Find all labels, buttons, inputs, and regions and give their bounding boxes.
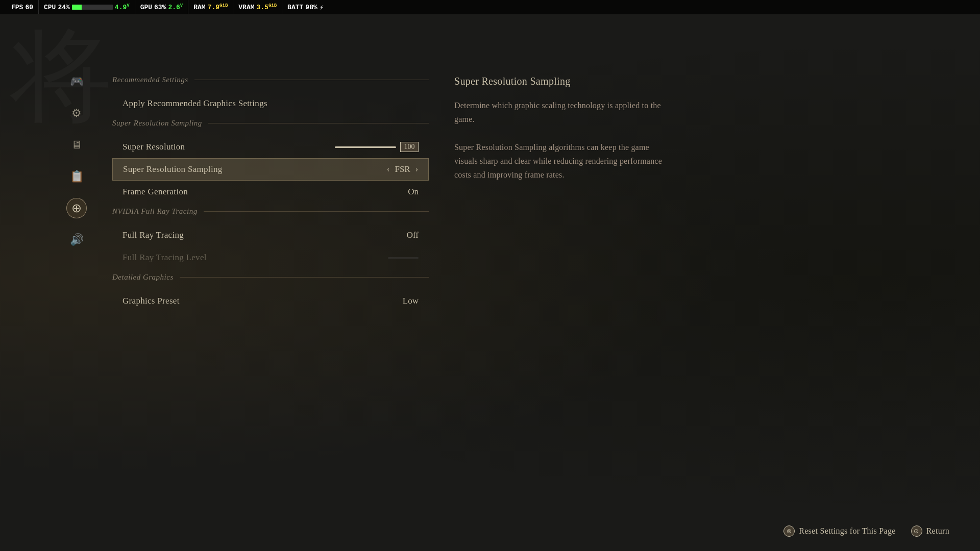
full-ray-tracing-value: Off <box>407 230 419 240</box>
section-header-ray-tracing: NVIDIA Full Ray Tracing <box>112 207 429 216</box>
return-circle-icon: ⊙ <box>914 528 919 535</box>
frame-generation-current-value: On <box>408 187 419 197</box>
section-line-detailed-graphics <box>180 277 429 278</box>
section-header-super-resolution: Super Resolution Sampling <box>112 119 429 128</box>
settings-list: Recommended Settings Apply Recommended G… <box>112 76 429 316</box>
section-ray-tracing: NVIDIA Full Ray Tracing Full Ray Tracing… <box>112 207 429 269</box>
sidebar-item-audio[interactable]: 🔊 <box>66 230 87 250</box>
cpu-bar-fill <box>72 5 82 10</box>
section-line-super-resolution <box>208 123 429 123</box>
cpu-ghz: 4.9V <box>115 3 130 11</box>
graphics-preset-current-value: Low <box>403 296 419 306</box>
full-ray-tracing-current-value: Off <box>407 230 419 240</box>
frt-level-slider-track <box>388 257 419 259</box>
hud-gpu: GPU 63% 2.6V <box>135 0 189 14</box>
return-label: Return <box>926 527 949 536</box>
section-title-recommended: Recommended Settings <box>112 76 188 84</box>
gear-icon: ⚙ <box>71 107 82 120</box>
info-panel: Super Resolution Sampling Determine whic… <box>454 76 669 182</box>
return-icon: ⊙ <box>911 525 922 537</box>
ram-label: RAM <box>193 4 205 11</box>
cpu-label: CPU <box>44 4 56 11</box>
section-title-ray-tracing: NVIDIA Full Ray Tracing <box>112 207 198 216</box>
label-apply-recommended: Apply Recommended Graphics Settings <box>122 98 267 109</box>
reset-label: Reset Settings for This Page <box>799 527 895 536</box>
full-ray-tracing-level-slider <box>388 257 419 259</box>
graphics-icon: ⊕ <box>71 201 82 215</box>
fps-label: FPS <box>11 4 23 11</box>
frame-generation-value: On <box>408 187 419 197</box>
super-resolution-sampling-value: ‹ FSR › <box>387 164 418 174</box>
super-resolution-slider-track[interactable] <box>335 146 396 148</box>
arrow-right-icon[interactable]: › <box>415 165 418 174</box>
row-full-ray-tracing-level: Full Ray Tracing Level <box>112 246 429 269</box>
kanji-watermark: 将 <box>10 26 112 128</box>
gamepad-icon: 🎮 <box>70 75 84 88</box>
ram-val: 7.9GiB <box>208 3 228 11</box>
hud-ram: RAM 7.9GiB <box>188 0 233 14</box>
reset-circle-icon: ⊗ <box>787 528 792 535</box>
row-super-resolution-sampling[interactable]: Super Resolution Sampling ‹ FSR › <box>112 158 429 181</box>
row-full-ray-tracing[interactable]: Full Ray Tracing Off <box>112 224 429 246</box>
label-full-ray-tracing-level: Full Ray Tracing Level <box>122 253 207 263</box>
row-frame-generation[interactable]: Frame Generation On <box>112 181 429 203</box>
section-line-recommended <box>194 80 429 80</box>
sidebar-item-graphics[interactable]: ⊕ <box>66 198 87 218</box>
super-resolution-sampling-current-value: FSR <box>395 164 410 174</box>
sidebar: 🎮 ⚙ 🖥 📋 ⊕ 🔊 <box>66 71 87 250</box>
reset-button[interactable]: ⊗ Reset Settings for This Page <box>783 525 895 537</box>
label-super-resolution-sampling: Super Resolution Sampling <box>123 164 223 174</box>
section-detailed-graphics: Detailed Graphics Graphics Preset Low <box>112 273 429 312</box>
graphics-preset-value: Low <box>403 296 419 306</box>
cpu-percent: 24% <box>58 4 69 11</box>
section-header-recommended: Recommended Settings <box>112 76 429 84</box>
label-graphics-preset: Graphics Preset <box>122 296 180 306</box>
list-icon: 📋 <box>70 170 84 183</box>
label-super-resolution: Super Resolution <box>122 142 185 152</box>
battery-icon: ⚡ <box>320 3 324 12</box>
info-desc1-text: Determine which graphic scaling technolo… <box>454 101 661 123</box>
main-content: Recommended Settings Apply Recommended G… <box>112 76 429 316</box>
batt-val: 98% <box>305 4 317 11</box>
hud-cpu: CPU 24% 4.9V <box>39 0 135 14</box>
fps-value: 60 <box>25 4 33 11</box>
arrow-left-icon[interactable]: ‹ <box>387 165 389 174</box>
hud-vram: VRAM 3.5GiB <box>233 0 282 14</box>
audio-icon: 🔊 <box>70 233 84 246</box>
label-full-ray-tracing: Full Ray Tracing <box>122 230 184 240</box>
display-icon: 🖥 <box>71 138 82 152</box>
sidebar-item-display[interactable]: 🖥 <box>66 135 87 155</box>
section-header-detailed-graphics: Detailed Graphics <box>112 273 429 282</box>
section-recommended: Recommended Settings Apply Recommended G… <box>112 76 429 115</box>
row-graphics-preset[interactable]: Graphics Preset Low <box>112 290 429 312</box>
gpu-percent: 63% <box>154 4 166 11</box>
vertical-divider <box>429 76 429 371</box>
info-panel-title: Super Resolution Sampling <box>454 76 669 87</box>
sidebar-item-gamepad[interactable]: 🎮 <box>66 71 87 92</box>
gpu-val: 2.6V <box>168 3 183 11</box>
batt-label: BATT <box>287 4 303 11</box>
hud-fps: FPS 60 <box>6 0 39 14</box>
info-desc2-text: Super Resolution Sampling algorithms can… <box>454 143 662 179</box>
super-resolution-value-box: 100 <box>400 142 419 152</box>
row-apply-recommended[interactable]: Apply Recommended Graphics Settings <box>112 92 429 115</box>
section-title-detailed-graphics: Detailed Graphics <box>112 273 174 282</box>
cpu-bar-graph <box>72 5 113 10</box>
section-title-super-resolution: Super Resolution Sampling <box>112 119 202 128</box>
vram-val: 3.5GiB <box>257 3 277 11</box>
return-button[interactable]: ⊙ Return <box>911 525 949 537</box>
section-super-resolution: Super Resolution Sampling Super Resoluti… <box>112 119 429 203</box>
sidebar-item-settings[interactable]: ⚙ <box>66 103 87 123</box>
section-line-ray-tracing <box>204 211 429 212</box>
hud-bar: FPS 60 CPU 24% 4.9V GPU 63% 2.6V RAM 7.9… <box>0 0 980 14</box>
reset-icon: ⊗ <box>783 525 795 537</box>
row-super-resolution[interactable]: Super Resolution 100 <box>112 136 429 158</box>
bottom-controls: ⊗ Reset Settings for This Page ⊙ Return <box>783 525 949 537</box>
gpu-label: GPU <box>140 4 152 11</box>
sidebar-item-list[interactable]: 📋 <box>66 166 87 187</box>
hud-batt: BATT 98% ⚡ <box>282 0 329 14</box>
super-resolution-slider-container: 100 <box>335 142 419 152</box>
vram-label: VRAM <box>238 4 254 11</box>
info-panel-desc1: Determine which graphic scaling technolo… <box>454 98 669 182</box>
label-frame-generation: Frame Generation <box>122 187 188 197</box>
